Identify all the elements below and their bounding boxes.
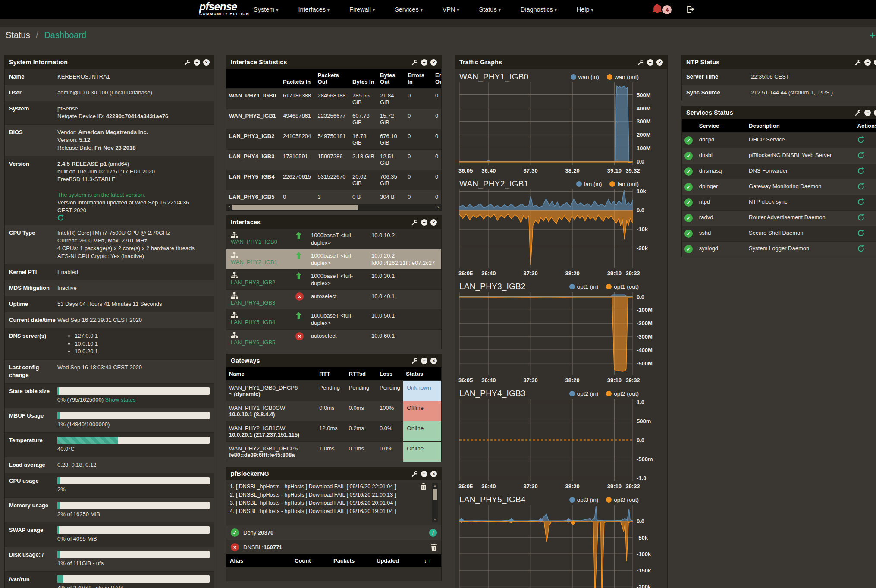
interface-row[interactable]: WAN_PHY1_IGB01000baseT <full-duplex>10.0… bbox=[226, 229, 441, 249]
info-icon[interactable]: i bbox=[429, 529, 437, 537]
interface-name-cell[interactable]: WAN_PHY2_IGB1 bbox=[226, 109, 280, 129]
restart-icon[interactable] bbox=[857, 214, 864, 221]
wrench-icon[interactable] bbox=[411, 219, 418, 226]
nav-item-firewall[interactable]: Firewall▾ bbox=[349, 6, 375, 13]
trash-icon[interactable] bbox=[421, 483, 427, 490]
interface-link[interactable]: LAN_PHY5_IGB4 bbox=[231, 312, 295, 327]
scrollbar-thumb[interactable] bbox=[433, 489, 437, 500]
restart-icon[interactable] bbox=[857, 152, 864, 159]
interface-name-cell[interactable]: LAN_PHY5_IGB4 bbox=[226, 170, 280, 190]
close-icon[interactable]: × bbox=[656, 59, 663, 66]
restart-icon[interactable] bbox=[857, 183, 864, 190]
interface-link[interactable]: WAN_PHY2_IGB1 bbox=[231, 252, 295, 267]
nav-item-status[interactable]: Status▾ bbox=[479, 6, 501, 13]
legend-item[interactable]: wan (in) bbox=[571, 74, 599, 80]
minimize-icon[interactable]: − bbox=[647, 59, 653, 66]
close-icon[interactable]: × bbox=[874, 59, 876, 66]
scroll-right-arrow[interactable]: › bbox=[435, 204, 441, 210]
vertical-scrollbar[interactable]: ▲ ▼ bbox=[432, 483, 438, 522]
close-icon[interactable]: × bbox=[430, 59, 437, 66]
pfsense-logo[interactable]: pfsense COMMUNITY EDITION bbox=[199, 1, 249, 16]
minimize-icon[interactable]: − bbox=[864, 59, 871, 66]
nav-item-diagnostics[interactable]: Diagnostics▾ bbox=[521, 6, 557, 13]
interface-row[interactable]: LAN_PHY6_IGB5×autoselect10.0.60.1 bbox=[226, 329, 441, 349]
interface-row[interactable]: LAN_PHY5_IGB41000baseT <full-duplex>10.0… bbox=[226, 309, 441, 329]
interface-name-cell[interactable]: LAN_PHY6_IGB5 bbox=[226, 190, 280, 204]
restart-icon[interactable] bbox=[857, 198, 864, 205]
wrench-icon[interactable] bbox=[637, 59, 644, 66]
horizontal-scrollbar[interactable]: ‹ › bbox=[226, 204, 441, 210]
breadcrumb-dashboard[interactable]: Dashboard bbox=[44, 30, 86, 40]
legend-item[interactable]: wan (out) bbox=[607, 74, 639, 80]
nav-item-interfaces[interactable]: Interfaces▾ bbox=[298, 6, 330, 13]
close-icon[interactable]: × bbox=[430, 471, 437, 477]
legend-item[interactable]: opt1 (out) bbox=[606, 283, 639, 290]
legend-item[interactable]: opt1 (in) bbox=[569, 283, 599, 290]
minimize-icon[interactable]: − bbox=[421, 219, 427, 226]
interface-name[interactable]: LAN_PHY3_IGB2 bbox=[231, 279, 275, 286]
pfblockerng-log-box[interactable]: 1. [ DNSBL_hpHosts - hpHosts ] Download … bbox=[230, 483, 438, 522]
interface-row[interactable]: LAN_PHY3_IGB21000baseT <full-duplex>10.0… bbox=[226, 269, 441, 289]
interface-name[interactable]: LAN_PHY5_IGB4 bbox=[231, 319, 275, 325]
interface-name-cell[interactable]: WAN_PHY1_IGB0 bbox=[226, 89, 280, 109]
interface-link[interactable]: LAN_PHY3_IGB2 bbox=[231, 272, 295, 287]
legend-item[interactable]: opt2 (out) bbox=[606, 390, 639, 397]
minimize-icon[interactable]: − bbox=[421, 358, 427, 364]
interface-name[interactable]: WAN_PHY2_IGB1 bbox=[231, 259, 277, 265]
restart-icon[interactable] bbox=[857, 230, 864, 236]
interface-name-cell[interactable]: LAN_PHY4_IGB3 bbox=[226, 150, 280, 170]
wrench-icon[interactable] bbox=[411, 358, 418, 364]
trash-icon[interactable] bbox=[431, 544, 437, 551]
restart-icon[interactable] bbox=[857, 167, 864, 174]
wrench-icon[interactable] bbox=[184, 59, 191, 66]
legend-item[interactable]: lan (in) bbox=[576, 181, 602, 187]
wrench-icon[interactable] bbox=[855, 59, 861, 66]
scrollbar-thumb[interactable] bbox=[232, 205, 358, 210]
wrench-icon[interactable] bbox=[855, 110, 861, 116]
scroll-up-arrow[interactable]: ▲ bbox=[432, 483, 438, 488]
interface-name[interactable]: WAN_PHY1_IGB0 bbox=[231, 239, 277, 245]
legend-item[interactable]: opt3 (in) bbox=[569, 497, 599, 503]
close-icon[interactable]: × bbox=[430, 219, 437, 226]
nav-item-vpn[interactable]: VPN▾ bbox=[443, 6, 459, 13]
nav-item-help[interactable]: Help▾ bbox=[577, 6, 593, 13]
interface-name[interactable]: LAN_PHY4_IGB3 bbox=[231, 299, 275, 306]
close-icon[interactable]: × bbox=[430, 358, 437, 364]
scroll-left-arrow[interactable]: ‹ bbox=[226, 204, 232, 210]
legend-item[interactable]: opt2 (in) bbox=[569, 390, 599, 397]
minimize-icon[interactable]: − bbox=[194, 59, 200, 66]
legend-item[interactable]: opt3 (out) bbox=[606, 497, 639, 503]
interface-name[interactable]: LAN_PHY6_IGB5 bbox=[231, 339, 275, 346]
list-item: 10.0.10.1 bbox=[75, 340, 210, 348]
interface-name-cell[interactable]: LAN_PHY3_IGB2 bbox=[226, 129, 280, 150]
minimize-icon[interactable]: − bbox=[421, 471, 427, 477]
scrollbar-track[interactable] bbox=[232, 205, 435, 210]
sort-ascending-icon[interactable]: ↑ bbox=[428, 557, 431, 564]
notifications-button[interactable]: 4 bbox=[653, 4, 662, 13]
refresh-icon[interactable] bbox=[57, 214, 64, 221]
nav-item-system[interactable]: System▾ bbox=[254, 6, 278, 13]
interface-statistics-scroll-area[interactable]: Packets InPackets OutBytes InBytes OutEr… bbox=[226, 69, 441, 204]
add-widget-icon[interactable]: + bbox=[870, 29, 876, 41]
interface-row[interactable]: LAN_PHY4_IGB3×autoselect10.0.40.1 bbox=[226, 289, 441, 309]
interface-row[interactable]: WAN_PHY2_IGB11000baseT <full-duplex>10.0… bbox=[226, 249, 441, 269]
trash-icon[interactable] bbox=[421, 483, 427, 490]
minimize-icon[interactable]: − bbox=[421, 59, 427, 66]
close-icon[interactable]: × bbox=[203, 59, 210, 66]
sort-descending-icon[interactable]: ↓ bbox=[424, 557, 427, 564]
sign-out-button[interactable] bbox=[687, 5, 695, 13]
service-status-icon-cell: ✓ bbox=[682, 179, 697, 195]
interface-link[interactable]: LAN_PHY6_IGB5 bbox=[231, 332, 295, 346]
restart-icon[interactable] bbox=[857, 136, 864, 143]
interface-link[interactable]: LAN_PHY4_IGB3 bbox=[231, 292, 295, 306]
wrench-icon[interactable] bbox=[411, 471, 418, 477]
close-icon[interactable]: × bbox=[874, 110, 876, 116]
breadcrumb-status[interactable]: Status bbox=[6, 30, 30, 40]
restart-icon[interactable] bbox=[857, 245, 864, 252]
interface-link[interactable]: WAN_PHY1_IGB0 bbox=[231, 232, 295, 246]
nav-item-services[interactable]: Services▾ bbox=[395, 6, 423, 13]
minimize-icon[interactable]: − bbox=[864, 110, 871, 116]
wrench-icon[interactable] bbox=[411, 59, 418, 66]
legend-item[interactable]: lan (out) bbox=[609, 181, 639, 187]
scroll-down-arrow[interactable]: ▼ bbox=[432, 517, 438, 522]
